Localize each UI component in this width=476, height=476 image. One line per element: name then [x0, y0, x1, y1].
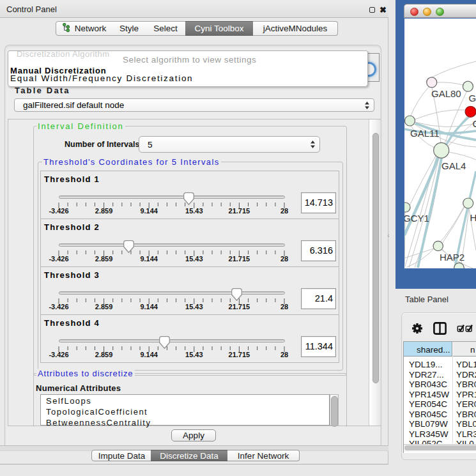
svg-text:C: C	[473, 118, 476, 129]
svg-text:H: H	[470, 212, 476, 223]
svg-text:GAL11: GAL11	[410, 128, 440, 139]
svg-text:GAL4: GAL4	[441, 160, 466, 171]
svg-text:GAL80: GAL80	[431, 88, 461, 99]
svg-text:GCY1: GCY1	[404, 213, 429, 224]
svg-text:GA: GA	[469, 93, 476, 104]
svg-text:HAP2: HAP2	[440, 252, 464, 263]
